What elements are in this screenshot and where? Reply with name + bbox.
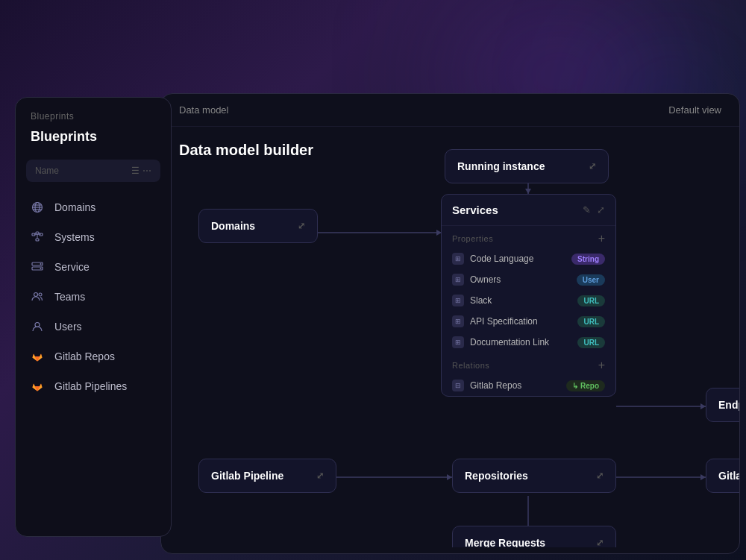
svg-marker-28 — [447, 474, 452, 480]
prop-badge-api: URL — [577, 316, 605, 327]
services-card: Services ✎ ⤢ Properties + ⊞ Code Languag… — [441, 194, 616, 397]
prop-icon-slack: ⊞ — [452, 295, 464, 306]
property-owners: ⊞ Owners User — [442, 269, 615, 290]
relation-gitlab-repos: ⊟ Gitlab Repos ↳ Repo — [442, 375, 615, 396]
prop-name-doc: Documentation Link — [470, 337, 549, 347]
expand-icon-gitlab-pipeline[interactable]: ⤢ — [316, 471, 324, 481]
main-panel-title: Data model — [179, 104, 228, 116]
rel-icon-gitlab-repos: ⊟ — [452, 380, 464, 391]
sidebar-item-label-domains: Domains — [54, 201, 95, 213]
services-title: Services — [452, 204, 498, 216]
sidebar-item-gitlab-repos[interactable]: Gitlab Repos — [16, 342, 171, 371]
prop-badge-slack: URL — [577, 295, 605, 306]
sidebar-item-label-users: Users — [54, 321, 82, 333]
main-panel: Data model Default view Data model build… — [160, 93, 740, 554]
server-icon — [31, 260, 44, 274]
property-api-specification: ⊞ API Specification URL — [442, 311, 615, 332]
sidebar: Blueprints Blueprints Name ☰ ⋯ Domains — [15, 97, 172, 537]
sidebar-search[interactable]: Name ☰ ⋯ — [26, 160, 160, 182]
gitlab-icon-repos — [31, 350, 44, 363]
sidebar-item-domains[interactable]: Domains — [16, 192, 171, 222]
svg-point-14 — [40, 263, 42, 265]
expand-icon-services[interactable]: ⤢ — [597, 204, 605, 215]
sidebar-item-label-service: Service — [54, 261, 90, 273]
node-gitlab-issues[interactable]: Gitlab Issues ⤢ — [706, 459, 739, 493]
node-gitlab-pipeline[interactable]: Gitlab Pipeline ⤢ — [198, 459, 336, 493]
relations-label: Relations — [452, 361, 489, 370]
globe-icon — [31, 201, 44, 214]
gitlab-icon-pipelines — [31, 380, 44, 393]
main-panel-view: Default view — [668, 104, 721, 116]
expand-icon-domains[interactable]: ⤢ — [298, 221, 305, 231]
node-running-label: Running instance — [457, 160, 545, 172]
sidebar-search-icons: ☰ ⋯ — [131, 166, 151, 176]
network-icon — [31, 230, 44, 244]
node-endpoint[interactable]: Endpoint ⤢ — [706, 388, 739, 422]
svg-marker-20 — [525, 189, 531, 194]
property-documentation-link: ⊞ Documentation Link URL — [442, 332, 615, 353]
sidebar-item-label-gitlab-repos: Gitlab Repos — [54, 350, 115, 362]
prop-name-api: API Specification — [470, 316, 538, 327]
svg-point-16 — [34, 293, 38, 297]
sidebar-item-users[interactable]: Users — [16, 312, 171, 342]
prop-badge-code-language: String — [571, 254, 605, 265]
node-merge-requests-label: Merge Requests — [465, 537, 545, 547]
prop-name-slack: Slack — [470, 295, 492, 306]
sidebar-item-gitlab-pipelines[interactable]: Gitlab Pipelines — [16, 371, 171, 401]
user-icon — [31, 320, 44, 333]
expand-icon-repositories[interactable]: ⤢ — [596, 471, 604, 481]
add-relation-button[interactable]: + — [598, 359, 605, 372]
main-panel-header: Data model Default view — [161, 94, 739, 127]
sidebar-item-label-gitlab-pipelines: Gitlab Pipelines — [54, 380, 127, 392]
prop-name-owners: Owners — [470, 274, 501, 285]
prop-icon-api: ⊞ — [452, 315, 464, 327]
sidebar-item-service[interactable]: Service — [16, 252, 171, 282]
svg-rect-8 — [36, 239, 39, 241]
node-merge-requests[interactable]: Merge Requests ⤢ — [452, 526, 616, 547]
edit-icon[interactable]: ✎ — [583, 204, 591, 215]
node-domains-label: Domains — [211, 220, 255, 232]
svg-point-15 — [40, 268, 42, 269]
canvas: Data model builder — [161, 127, 739, 547]
prop-name-code-language: Code Language — [470, 254, 533, 264]
expand-icon-running[interactable]: ⤢ — [589, 161, 596, 172]
sidebar-header: Blueprints — [16, 98, 171, 129]
sidebar-item-teams[interactable]: Teams — [16, 282, 171, 312]
filter-icon: ☰ — [131, 166, 140, 176]
more-icon: ⋯ — [142, 166, 151, 176]
node-gitlab-issues-label: Gitlab Issues — [718, 470, 739, 482]
rel-badge-gitlab-repos: ↳ Repo — [566, 380, 605, 391]
svg-marker-24 — [700, 403, 706, 409]
relations-section-label: Relations + — [442, 353, 615, 375]
properties-label: Properties — [452, 234, 493, 243]
properties-section-label: Properties + — [442, 226, 615, 248]
services-card-header: Services ✎ ⤢ — [442, 195, 615, 226]
node-gitlab-pipeline-label: Gitlab Pipeline — [211, 470, 283, 482]
node-repositories[interactable]: Repositories ⤢ — [452, 459, 616, 493]
svg-point-17 — [39, 293, 42, 296]
node-running-instance[interactable]: Running instance ⤢ — [445, 149, 609, 183]
property-code-language: ⊞ Code Language String — [442, 248, 615, 269]
property-slack: ⊞ Slack URL — [442, 290, 615, 311]
rel-name-gitlab-repos: Gitlab Repos — [470, 380, 521, 391]
sidebar-item-label-teams: Teams — [54, 291, 85, 303]
expand-icon-merge-requests[interactable]: ⤢ — [596, 538, 604, 547]
sidebar-item-label-systems: Systems — [54, 231, 95, 243]
sidebar-item-systems[interactable]: Systems — [16, 222, 171, 252]
node-repositories-label: Repositories — [465, 470, 528, 482]
sidebar-search-label: Name — [35, 166, 125, 176]
users-icon — [31, 290, 44, 303]
node-domains[interactable]: Domains ⤢ — [198, 209, 318, 243]
sidebar-title: Blueprints — [16, 129, 171, 160]
add-property-button[interactable]: + — [598, 232, 605, 245]
prop-badge-owners: User — [577, 274, 605, 286]
node-endpoint-label: Endpoint — [718, 399, 739, 411]
services-header-icons: ✎ ⤢ — [583, 204, 605, 215]
prop-badge-doc: URL — [577, 337, 605, 348]
prop-icon-doc: ⊞ — [452, 336, 464, 348]
prop-icon-owners: ⊞ — [452, 274, 464, 286]
svg-marker-30 — [700, 474, 706, 480]
prop-icon-code-language: ⊞ — [452, 253, 464, 265]
